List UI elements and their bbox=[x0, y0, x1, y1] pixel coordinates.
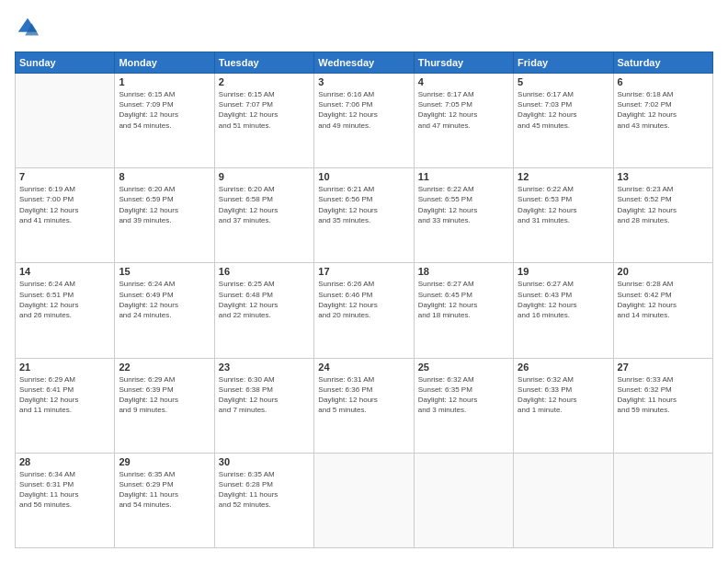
day-number: 24 bbox=[318, 362, 409, 373]
calendar-cell: 24Sunrise: 6:31 AMSunset: 6:36 PMDayligh… bbox=[314, 358, 414, 453]
weekday-header-friday: Friday bbox=[514, 52, 613, 74]
calendar-cell: 16Sunrise: 6:25 AMSunset: 6:48 PMDayligh… bbox=[214, 263, 313, 358]
day-number: 4 bbox=[418, 76, 509, 87]
cell-content: Sunrise: 6:20 AMSunset: 6:59 PMDaylight:… bbox=[119, 184, 210, 225]
cell-content: Sunrise: 6:27 AMSunset: 6:45 PMDaylight:… bbox=[418, 279, 509, 320]
day-number: 28 bbox=[19, 456, 110, 467]
calendar-cell bbox=[16, 74, 115, 168]
cell-content: Sunrise: 6:27 AMSunset: 6:43 PMDaylight:… bbox=[518, 279, 609, 320]
page: SundayMondayTuesdayWednesdayThursdayFrid… bbox=[0, 0, 728, 563]
day-number: 8 bbox=[119, 171, 210, 182]
weekday-header-wednesday: Wednesday bbox=[314, 52, 414, 74]
cell-content: Sunrise: 6:19 AMSunset: 7:00 PMDaylight:… bbox=[19, 184, 110, 225]
calendar-week-2: 7Sunrise: 6:19 AMSunset: 7:00 PMDaylight… bbox=[16, 168, 713, 263]
calendar-cell bbox=[514, 453, 613, 547]
calendar-cell: 21Sunrise: 6:29 AMSunset: 6:41 PMDayligh… bbox=[16, 358, 115, 453]
cell-content: Sunrise: 6:29 AMSunset: 6:41 PMDaylight:… bbox=[19, 374, 110, 416]
cell-content: Sunrise: 6:15 AMSunset: 7:07 PMDaylight:… bbox=[219, 89, 310, 131]
calendar-cell: 10Sunrise: 6:21 AMSunset: 6:56 PMDayligh… bbox=[314, 168, 414, 263]
weekday-header-row: SundayMondayTuesdayWednesdayThursdayFrid… bbox=[16, 52, 713, 74]
calendar-cell bbox=[414, 453, 513, 547]
calendar-cell: 27Sunrise: 6:33 AMSunset: 6:32 PMDayligh… bbox=[613, 358, 712, 453]
cell-content: Sunrise: 6:31 AMSunset: 6:36 PMDaylight:… bbox=[318, 374, 409, 416]
calendar-cell: 5Sunrise: 6:17 AMSunset: 7:03 PMDaylight… bbox=[514, 74, 613, 168]
day-number: 27 bbox=[618, 362, 709, 373]
cell-content: Sunrise: 6:18 AMSunset: 7:02 PMDaylight:… bbox=[618, 89, 709, 131]
cell-content: Sunrise: 6:28 AMSunset: 6:42 PMDaylight:… bbox=[618, 279, 709, 320]
cell-content: Sunrise: 6:26 AMSunset: 6:46 PMDaylight:… bbox=[318, 279, 409, 320]
day-number: 11 bbox=[418, 171, 509, 182]
cell-content: Sunrise: 6:22 AMSunset: 6:53 PMDaylight:… bbox=[518, 184, 609, 225]
cell-content: Sunrise: 6:35 AMSunset: 6:28 PMDaylight:… bbox=[219, 469, 310, 511]
calendar-cell: 9Sunrise: 6:20 AMSunset: 6:58 PMDaylight… bbox=[214, 168, 313, 263]
day-number: 30 bbox=[219, 456, 310, 467]
calendar-cell bbox=[613, 453, 712, 547]
calendar-cell: 23Sunrise: 6:30 AMSunset: 6:38 PMDayligh… bbox=[214, 358, 313, 453]
weekday-header-sunday: Sunday bbox=[16, 52, 115, 74]
weekday-header-thursday: Thursday bbox=[414, 52, 513, 74]
day-number: 17 bbox=[318, 266, 409, 277]
calendar-cell: 12Sunrise: 6:22 AMSunset: 6:53 PMDayligh… bbox=[514, 168, 613, 263]
weekday-header-monday: Monday bbox=[115, 52, 214, 74]
cell-content: Sunrise: 6:25 AMSunset: 6:48 PMDaylight:… bbox=[219, 279, 310, 320]
cell-content: Sunrise: 6:16 AMSunset: 7:06 PMDaylight:… bbox=[318, 89, 409, 131]
cell-content: Sunrise: 6:17 AMSunset: 7:05 PMDaylight:… bbox=[418, 89, 509, 131]
calendar-cell: 13Sunrise: 6:23 AMSunset: 6:52 PMDayligh… bbox=[613, 168, 712, 263]
calendar-week-4: 21Sunrise: 6:29 AMSunset: 6:41 PMDayligh… bbox=[16, 358, 713, 453]
day-number: 15 bbox=[119, 266, 210, 277]
cell-content: Sunrise: 6:32 AMSunset: 6:33 PMDaylight:… bbox=[518, 374, 609, 416]
day-number: 1 bbox=[119, 76, 210, 87]
calendar-cell: 11Sunrise: 6:22 AMSunset: 6:55 PMDayligh… bbox=[414, 168, 513, 263]
day-number: 26 bbox=[518, 362, 609, 373]
cell-content: Sunrise: 6:17 AMSunset: 7:03 PMDaylight:… bbox=[518, 89, 609, 131]
day-number: 13 bbox=[618, 171, 709, 182]
day-number: 2 bbox=[219, 76, 310, 87]
logo-icon bbox=[15, 15, 40, 40]
calendar-cell: 30Sunrise: 6:35 AMSunset: 6:28 PMDayligh… bbox=[214, 453, 313, 547]
cell-content: Sunrise: 6:33 AMSunset: 6:32 PMDaylight:… bbox=[618, 374, 709, 416]
calendar-cell: 26Sunrise: 6:32 AMSunset: 6:33 PMDayligh… bbox=[514, 358, 613, 453]
calendar-cell: 20Sunrise: 6:28 AMSunset: 6:42 PMDayligh… bbox=[613, 263, 712, 358]
calendar-cell: 28Sunrise: 6:34 AMSunset: 6:31 PMDayligh… bbox=[16, 453, 115, 547]
calendar-week-5: 28Sunrise: 6:34 AMSunset: 6:31 PMDayligh… bbox=[16, 453, 713, 547]
day-number: 29 bbox=[119, 456, 210, 467]
calendar-cell: 15Sunrise: 6:24 AMSunset: 6:49 PMDayligh… bbox=[115, 263, 214, 358]
cell-content: Sunrise: 6:29 AMSunset: 6:39 PMDaylight:… bbox=[119, 374, 210, 416]
cell-content: Sunrise: 6:24 AMSunset: 6:49 PMDaylight:… bbox=[119, 279, 210, 320]
day-number: 12 bbox=[518, 171, 609, 182]
day-number: 9 bbox=[219, 171, 310, 182]
cell-content: Sunrise: 6:34 AMSunset: 6:31 PMDaylight:… bbox=[19, 469, 110, 511]
cell-content: Sunrise: 6:21 AMSunset: 6:56 PMDaylight:… bbox=[318, 184, 409, 225]
calendar-cell: 19Sunrise: 6:27 AMSunset: 6:43 PMDayligh… bbox=[514, 263, 613, 358]
weekday-header-tuesday: Tuesday bbox=[214, 52, 313, 74]
calendar-table: SundayMondayTuesdayWednesdayThursdayFrid… bbox=[15, 52, 713, 548]
logo bbox=[15, 15, 44, 40]
calendar-cell bbox=[314, 453, 414, 547]
cell-content: Sunrise: 6:24 AMSunset: 6:51 PMDaylight:… bbox=[19, 279, 110, 320]
calendar-week-1: 1Sunrise: 6:15 AMSunset: 7:09 PMDaylight… bbox=[16, 74, 713, 168]
weekday-header-saturday: Saturday bbox=[613, 52, 712, 74]
day-number: 10 bbox=[318, 171, 409, 182]
day-number: 6 bbox=[618, 76, 709, 87]
day-number: 3 bbox=[318, 76, 409, 87]
day-number: 7 bbox=[19, 171, 110, 182]
calendar-cell: 17Sunrise: 6:26 AMSunset: 6:46 PMDayligh… bbox=[314, 263, 414, 358]
calendar-cell: 8Sunrise: 6:20 AMSunset: 6:59 PMDaylight… bbox=[115, 168, 214, 263]
calendar-cell: 18Sunrise: 6:27 AMSunset: 6:45 PMDayligh… bbox=[414, 263, 513, 358]
day-number: 20 bbox=[618, 266, 709, 277]
day-number: 19 bbox=[518, 266, 609, 277]
calendar-cell: 1Sunrise: 6:15 AMSunset: 7:09 PMDaylight… bbox=[115, 74, 214, 168]
header bbox=[15, 15, 713, 40]
cell-content: Sunrise: 6:32 AMSunset: 6:35 PMDaylight:… bbox=[418, 374, 509, 416]
day-number: 25 bbox=[418, 362, 509, 373]
cell-content: Sunrise: 6:15 AMSunset: 7:09 PMDaylight:… bbox=[119, 89, 210, 131]
cell-content: Sunrise: 6:22 AMSunset: 6:55 PMDaylight:… bbox=[418, 184, 509, 225]
calendar-cell: 25Sunrise: 6:32 AMSunset: 6:35 PMDayligh… bbox=[414, 358, 513, 453]
calendar-cell: 6Sunrise: 6:18 AMSunset: 7:02 PMDaylight… bbox=[613, 74, 712, 168]
day-number: 14 bbox=[19, 266, 110, 277]
cell-content: Sunrise: 6:35 AMSunset: 6:29 PMDaylight:… bbox=[119, 469, 210, 511]
calendar-cell: 7Sunrise: 6:19 AMSunset: 7:00 PMDaylight… bbox=[16, 168, 115, 263]
calendar-cell: 4Sunrise: 6:17 AMSunset: 7:05 PMDaylight… bbox=[414, 74, 513, 168]
cell-content: Sunrise: 6:20 AMSunset: 6:58 PMDaylight:… bbox=[219, 184, 310, 225]
cell-content: Sunrise: 6:30 AMSunset: 6:38 PMDaylight:… bbox=[219, 374, 310, 416]
